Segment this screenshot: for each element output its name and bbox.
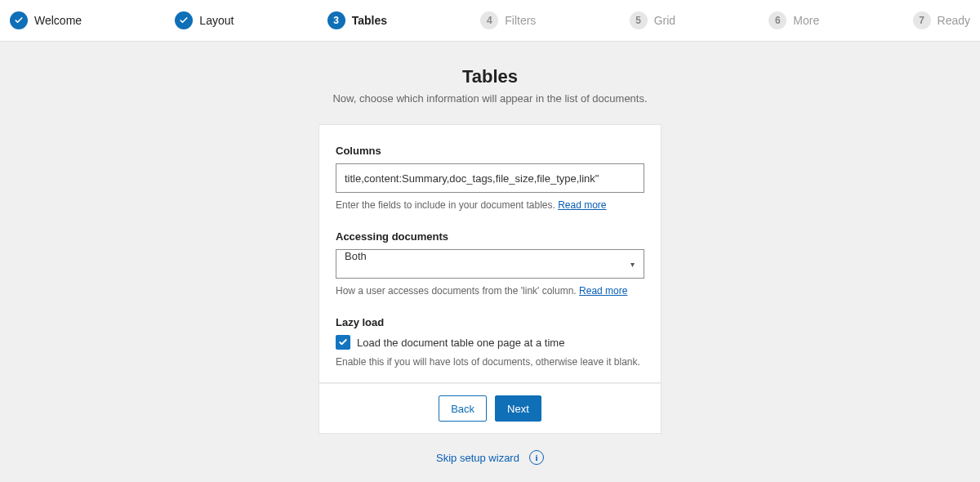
lazyload-checkbox[interactable] <box>336 335 350 350</box>
columns-field-group: Columns Enter the fields to include in y… <box>336 145 644 211</box>
accessing-label: Accessing documents <box>336 230 644 243</box>
lazyload-checkbox-label: Load the document table one page at a ti… <box>357 337 564 349</box>
button-bar: Back Next <box>318 383 662 434</box>
step-number-icon: 5 <box>630 11 648 29</box>
step-label: Grid <box>654 14 675 27</box>
info-icon[interactable]: i <box>529 450 544 465</box>
step-label: Layout <box>199 14 234 27</box>
next-button[interactable]: Next <box>495 395 541 422</box>
step-label: Tables <box>352 14 387 27</box>
page-title: Tables <box>462 66 518 87</box>
step-welcome[interactable]: Welcome <box>10 11 175 29</box>
step-label: Welcome <box>34 14 82 27</box>
columns-input[interactable] <box>336 163 644 193</box>
step-ready[interactable]: 7 Ready <box>913 11 970 29</box>
columns-help-text: Enter the fields to include in your docu… <box>336 199 558 211</box>
lazyload-field-group: Lazy load Load the document table one pa… <box>336 316 644 368</box>
step-number-icon: 4 <box>480 11 498 29</box>
step-number-icon: 6 <box>768 11 786 29</box>
step-label: Ready <box>938 14 970 27</box>
accessing-field-group: Accessing documents Both ▾ How a user ac… <box>336 230 644 297</box>
step-number-icon: 3 <box>327 11 345 29</box>
lazyload-label: Lazy load <box>336 316 644 328</box>
read-more-link[interactable]: Read more <box>558 199 606 211</box>
step-label: More <box>793 14 819 27</box>
check-icon <box>10 11 28 29</box>
back-button[interactable]: Back <box>439 395 487 422</box>
stepper: Welcome Layout 3 Tables 4 Filters 5 Grid… <box>0 0 980 42</box>
step-layout[interactable]: Layout <box>175 11 327 29</box>
lazyload-checkbox-row: Load the document table one page at a ti… <box>336 335 644 350</box>
accessing-help: How a user accesses documents from the '… <box>336 285 644 297</box>
columns-label: Columns <box>336 145 644 157</box>
step-number-icon: 7 <box>913 11 931 29</box>
accessing-select-wrap: Both ▾ <box>336 249 644 279</box>
footer-link-row: Skip setup wizard i <box>436 450 544 465</box>
accessing-help-text: How a user accesses documents from the '… <box>336 285 579 297</box>
main-content: Tables Now, choose which information wil… <box>0 42 980 481</box>
check-icon <box>175 11 193 29</box>
lazyload-help: Enable this if you will have lots of doc… <box>336 356 644 368</box>
step-label: Filters <box>505 14 536 27</box>
step-more[interactable]: 6 More <box>768 11 912 29</box>
skip-wizard-link[interactable]: Skip setup wizard <box>436 452 519 464</box>
accessing-select[interactable]: Both <box>336 249 644 279</box>
page-subtitle: Now, choose which information will appea… <box>332 92 647 105</box>
columns-help: Enter the fields to include in your docu… <box>336 199 644 211</box>
step-grid[interactable]: 5 Grid <box>630 11 769 29</box>
settings-card: Columns Enter the fields to include in y… <box>318 124 662 383</box>
read-more-link[interactable]: Read more <box>579 285 627 297</box>
step-tables[interactable]: 3 Tables <box>327 11 481 29</box>
step-filters[interactable]: 4 Filters <box>480 11 629 29</box>
